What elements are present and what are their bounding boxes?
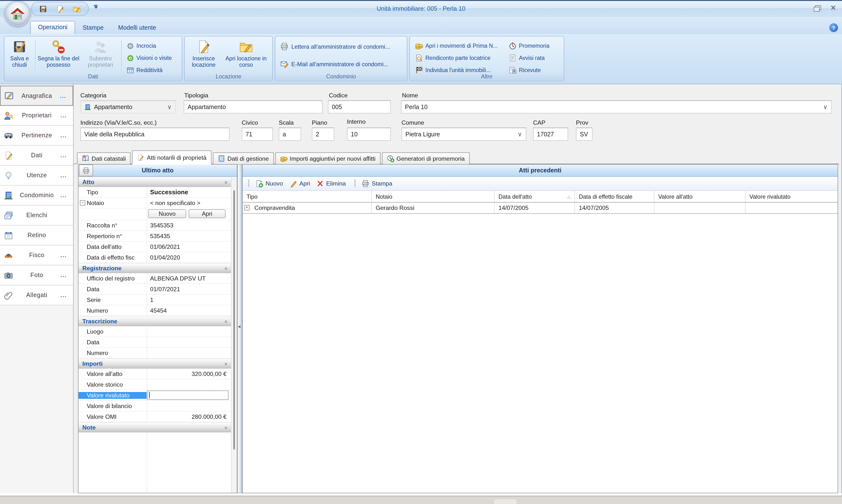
print-ultimo-atto-button[interactable] — [79, 165, 93, 176]
tab-modelli-utente[interactable]: Modelli utente — [111, 22, 163, 34]
rendiconto-button[interactable]: Rendiconto parte locatrice — [414, 53, 492, 63]
civico-input[interactable]: 71 — [242, 128, 273, 141]
segna-fine-possesso-button[interactable]: Segna la fine del possesso — [37, 38, 80, 73]
collapse-left-icon[interactable]: < — [238, 324, 241, 329]
tab-stampe[interactable]: Stampe — [75, 22, 111, 34]
collapse-chevrons-icon[interactable]: « — [224, 267, 229, 270]
tab-dati-gestione[interactable]: Dati di gestione — [213, 152, 274, 164]
tab-generatori-promemoria[interactable]: Generatori di promemoria — [382, 152, 470, 164]
quick-open-folder-button[interactable] — [71, 3, 82, 14]
prov-input[interactable]: SV — [576, 128, 593, 141]
sidebar-item-allegati[interactable]: Allegati... — [0, 285, 73, 305]
collapse-chevrons-icon[interactable]: « — [224, 320, 229, 323]
collapse-chevrons-icon[interactable]: « — [224, 181, 229, 183]
section-header-registrazione[interactable]: Registrazione « — [78, 263, 231, 273]
field-row-tipo[interactable]: Tipo Successione — [78, 187, 231, 198]
atti-nuovo-button[interactable]: Nuovo — [252, 179, 286, 188]
field-row-repertorio[interactable]: Repertorio n° 535435 — [78, 231, 231, 241]
sidebar-item-elenchi[interactable]: Elenchi — [0, 205, 73, 226]
col-data-atto[interactable]: Data dell'atto △ — [495, 191, 575, 202]
promemoria-button[interactable]: Promemoria — [507, 40, 551, 51]
sidebar-item-condominio[interactable]: Condominio... — [0, 185, 73, 205]
sidebar-item-dati[interactable]: Dati... — [0, 146, 73, 165]
tab-dati-catastali[interactable]: Dati catastali — [77, 152, 131, 164]
combo-arrow-icon[interactable]: ∨ — [168, 103, 172, 110]
sidebar-item-anagrafica[interactable]: Anagrafica... — [0, 86, 73, 106]
section-header-atto[interactable]: Atto « — [78, 177, 231, 187]
atti-elimina-button[interactable]: Elimina — [314, 179, 349, 188]
field-row-notaio[interactable]: − Notaio < non specificato > — [78, 198, 231, 209]
sidebar-item-retino[interactable]: Retino — [0, 226, 73, 246]
atti-stampa-button[interactable]: Stampa — [358, 179, 396, 188]
comune-select[interactable]: Pietra Ligure ∨ — [402, 128, 526, 141]
inserisce-locazione-button[interactable]: Inserisce locazione — [188, 38, 220, 73]
sidebar-item-foto[interactable]: Foto... — [0, 265, 73, 285]
indirizzo-input[interactable]: Viale della Repubblica — [81, 128, 229, 141]
close-window-button[interactable]: ✕ — [830, 4, 836, 12]
col-valore-atto[interactable]: Valore all'atto — [654, 191, 745, 202]
tab-importi-aggiuntivi[interactable]: Importi aggiuntivi per nuovi affitti — [275, 152, 380, 164]
field-row-ufficio[interactable]: Ufficio del registro ALBENGA DPSV UT — [78, 273, 231, 284]
notaio-nuovo-button[interactable]: Nuovo — [148, 210, 186, 218]
visioni-o-visite-button[interactable]: Visioni o visite — [125, 53, 173, 63]
categoria-select[interactable]: Appartamento ∨ — [81, 100, 176, 113]
expand-plus-icon[interactable]: + — [244, 205, 249, 210]
interno-input[interactable]: 10 — [347, 128, 391, 141]
panel-splitter[interactable]: < — [237, 164, 242, 493]
field-row-tras-numero[interactable]: Numero — [78, 348, 231, 358]
notaio-apri-button[interactable]: Apri — [189, 210, 226, 218]
field-row-valore-rivalutato[interactable]: Valore rivalutato — [78, 390, 231, 401]
col-tipo[interactable]: Tipo — [243, 191, 372, 202]
col-data-effetto[interactable]: Data di effetto fiscale — [575, 191, 654, 202]
field-row-valore-omi[interactable]: Valore OMI 280.000,00 € — [78, 412, 231, 422]
lettera-amministratore-button[interactable]: Lettera all'amministratore di condomi... — [280, 42, 390, 51]
field-row-serie[interactable]: Serie 1 — [78, 294, 231, 305]
field-row-valore-bilancio[interactable]: Valore di bilancio — [78, 401, 231, 412]
field-row-valore-atto[interactable]: Valore all'atto 320.000,00 € — [78, 368, 231, 379]
tab-atti-notarili[interactable]: Atti notarili di proprietà — [132, 150, 211, 164]
collapse-minus-icon[interactable]: − — [80, 200, 85, 205]
section-header-trascrizione[interactable]: Trascrizione « — [78, 316, 231, 326]
app-menu-button[interactable] — [5, 1, 30, 26]
valore-rivalutato-edit-box[interactable] — [147, 391, 229, 400]
quick-edit-button[interactable] — [55, 3, 65, 14]
sidebar-item-fisco[interactable]: Fisco... — [0, 246, 73, 265]
field-row-valore-storico[interactable]: Valore storico — [78, 379, 231, 390]
field-row-reg-numero[interactable]: Numero 45454 — [78, 305, 231, 316]
ultimo-atto-scrollbar[interactable] — [231, 177, 237, 493]
cap-input[interactable]: 17027 — [533, 128, 568, 141]
incrocia-button[interactable]: Incrocia — [125, 40, 158, 51]
tipologia-input[interactable]: Appartamento — [184, 100, 322, 113]
section-header-importi[interactable]: Importi « — [78, 358, 231, 368]
combo-arrow-icon[interactable]: ∨ — [824, 103, 828, 110]
scrollbar-thumb[interactable] — [233, 191, 235, 449]
section-header-note[interactable]: Note « — [78, 422, 231, 432]
restore-window-button[interactable] — [814, 5, 821, 11]
piano-input[interactable]: 2 — [312, 128, 334, 141]
field-row-data-atto[interactable]: Data dell'atto 01/06/2021 — [78, 241, 231, 252]
field-row-data-effetto[interactable]: Data di effetto fisc 01/04/2020 — [78, 252, 231, 263]
col-notaio[interactable]: Notaio — [372, 191, 495, 202]
field-row-raccolta[interactable]: Raccolta n° 3545353 — [78, 220, 231, 231]
collapse-chevrons-icon[interactable]: « — [224, 362, 229, 365]
sidebar-item-proprietari[interactable]: Proprietari... — [0, 106, 73, 126]
email-amministratore-button[interactable]: E-Mail all'amministratore di condomi... — [280, 60, 388, 68]
field-row-luogo[interactable]: Luogo — [78, 326, 231, 337]
combo-arrow-icon[interactable]: ∨ — [518, 130, 522, 138]
collapse-chevrons-icon[interactable]: « — [224, 426, 229, 429]
atti-apri-button[interactable]: Apri — [286, 179, 314, 188]
field-row-tras-data[interactable]: Data — [78, 337, 231, 348]
field-row-reg-data[interactable]: Data 01/07/2021 — [78, 284, 231, 294]
codice-input[interactable]: 005 — [328, 100, 391, 113]
sidebar-item-pertinenze[interactable]: Pertinenze... — [0, 126, 73, 146]
apri-movimenti-button[interactable]: Apri i movimenti di Prima N... — [414, 40, 499, 51]
avvisi-rata-button[interactable]: Avvisi rata — [507, 53, 546, 63]
apri-locazione-button[interactable]: Apri locazione in corso — [223, 38, 269, 73]
salva-e-chiudi-button[interactable]: Salva e chiudi — [5, 38, 34, 73]
quick-save-button[interactable] — [38, 3, 49, 14]
col-valore-rivalutato[interactable]: Valore rivalutato — [745, 191, 838, 202]
table-row[interactable]: + Compravendita Gerardo Rossi 14/07/2005… — [243, 202, 838, 214]
scala-input[interactable]: a — [279, 128, 301, 141]
tab-operazioni[interactable]: Operazioni — [30, 21, 75, 34]
nome-select[interactable]: Perla 10 ∨ — [401, 100, 832, 113]
